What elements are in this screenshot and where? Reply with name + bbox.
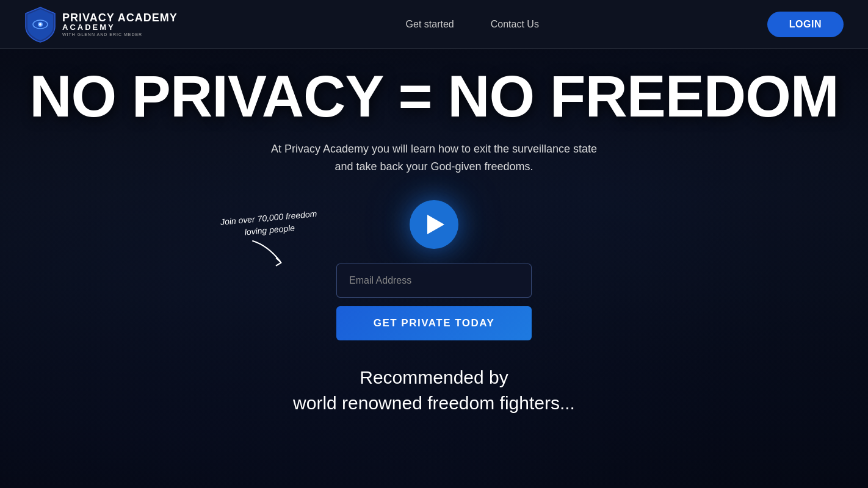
logo-shield-icon xyxy=(24,6,56,43)
navbar: PRIVACY ACADEMY ACADEMY WITH GLENN AND E… xyxy=(0,0,868,49)
hero-section: NO PRIVACY = NO FREEDOM At Privacy Acade… xyxy=(0,0,868,488)
brand-academy: ACADEMY xyxy=(62,23,178,31)
nav-link-get-started[interactable]: Get started xyxy=(406,19,454,30)
join-annotation: Join over 70,000 freedom loving people xyxy=(220,212,318,265)
play-button[interactable] xyxy=(410,200,458,249)
recommended-section: Recommended by world renowned freedom fi… xyxy=(293,365,575,416)
hero-content: NO PRIVACY = NO FREEDOM At Privacy Acade… xyxy=(0,67,868,416)
logo-text: PRIVACY ACADEMY ACADEMY WITH GLENN AND E… xyxy=(62,12,178,37)
play-button-wrapper[interactable] xyxy=(410,200,458,249)
recommended-heading: Recommended by world renowned freedom fi… xyxy=(293,365,575,416)
nav-link-contact-us[interactable]: Contact Us xyxy=(491,19,539,30)
join-text: Join over 70,000 freedom loving people xyxy=(220,208,319,240)
hero-headline: NO PRIVACY = NO FREEDOM xyxy=(29,67,839,126)
cta-button[interactable]: GET PRIVATE TODAY xyxy=(336,306,532,340)
brand-name: PRIVACY ACADEMY xyxy=(62,12,178,23)
svg-point-2 xyxy=(39,23,42,26)
hero-subtitle: At Privacy Academy you will learn how to… xyxy=(263,140,605,176)
annotation-arrow-icon xyxy=(246,237,292,269)
play-icon xyxy=(427,215,444,234)
brand-subtext: WITH GLENN AND ERIC MEDER xyxy=(62,32,178,37)
login-button[interactable]: LOGIN xyxy=(767,12,844,37)
cta-area: Join over 70,000 freedom loving people G… xyxy=(336,200,532,340)
nav-links: Get started Contact Us xyxy=(406,19,539,30)
email-input[interactable] xyxy=(336,264,532,298)
logo[interactable]: PRIVACY ACADEMY ACADEMY WITH GLENN AND E… xyxy=(24,6,178,43)
